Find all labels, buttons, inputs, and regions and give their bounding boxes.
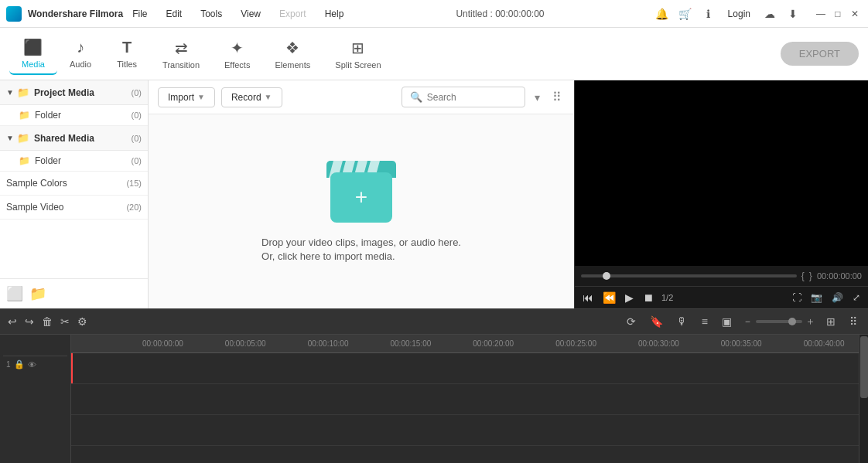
sidebar-section-project-media[interactable]: ▼ 📁 Project Media (0) (0, 80, 148, 105)
record-icon[interactable]: 🎙 (674, 314, 691, 329)
toolbar-splitscreen[interactable]: ⊞ Split Screen (323, 34, 393, 74)
ruler-mark: 00:00:10:00 (308, 339, 349, 348)
record-dropdown[interactable]: Record ▼ (221, 87, 282, 107)
preview-controls: { } 00:00:00:00 (575, 266, 868, 286)
toolbar-transition[interactable]: ⇄ Transition (150, 34, 212, 74)
screenshot-button[interactable]: 📷 (809, 291, 824, 305)
track-row-2 (71, 384, 859, 415)
import-dropdown[interactable]: Import ▼ (158, 87, 215, 107)
toolbar-elements-label: Elements (275, 60, 310, 70)
stop-button[interactable]: ⏹ (641, 290, 655, 305)
toolbar-titles[interactable]: T Titles (104, 34, 150, 73)
download-icon[interactable]: ⬇ (784, 5, 801, 22)
sidebar-section-shared-media[interactable]: ▼ 📁 Shared Media (0) (0, 126, 148, 151)
fit-timeline-button[interactable]: ⊞ (823, 314, 839, 329)
notification-icon[interactable]: 🔔 (654, 5, 671, 22)
close-button[interactable]: ✕ (848, 7, 862, 21)
preview-thumb[interactable] (603, 272, 610, 280)
shared-folder-label: Folder (35, 155, 132, 166)
bookmark-icon[interactable]: 🔖 (647, 314, 666, 329)
timeline-tracks-left: 1 🔒 👁 (0, 335, 71, 463)
record-arrow-icon: ▼ (265, 93, 272, 101)
toolbar-effects-label: Effects (224, 60, 250, 70)
search-box[interactable]: 🔍 (402, 87, 525, 107)
grid-view-icon[interactable]: ⠿ (549, 87, 565, 107)
cut-button[interactable]: ✂ (60, 315, 70, 328)
chevron-down-icon-2: ▼ (6, 134, 14, 142)
zoom-thumb[interactable] (788, 318, 796, 325)
thumbnail-icon[interactable]: ▣ (719, 314, 735, 329)
cloud-icon[interactable]: ☁ (761, 5, 778, 22)
menu-file[interactable]: File (129, 7, 150, 21)
sidebar-item-project-folder[interactable]: 📁 Folder (0) (0, 105, 148, 126)
project-media-count: (0) (132, 88, 142, 97)
timeline-toolbar: ↩ ↪ 🗑 ✂ ⚙ ⟳ 🔖 🎙 ≡ ▣ － ＋ ⊞ ⠿ (0, 308, 868, 335)
sample-video-count: (20) (126, 203, 142, 212)
window-controls: — □ ✕ (814, 7, 862, 21)
bracket-left: { (801, 271, 805, 281)
menu-edit[interactable]: Edit (162, 7, 185, 21)
timeline-scrollbar[interactable] (859, 335, 868, 463)
media-icon: ⬛ (23, 38, 43, 56)
drop-zone[interactable]: + Drop your video clips, images, or audi… (149, 114, 574, 308)
record-label: Record (231, 92, 261, 103)
speed-selector[interactable]: 1/2 (661, 293, 673, 302)
export-button[interactable]: EXPORT (781, 42, 859, 66)
zoom-out-button[interactable]: － (743, 315, 753, 329)
title-bar-right: 🔔 🛒 ℹ Login ☁ ⬇ — □ ✕ (654, 5, 862, 22)
clapboard-icon: + (326, 161, 396, 223)
cart-icon[interactable]: 🛒 (677, 5, 694, 22)
sidebar-item-sample-colors[interactable]: Sample Colors (15) (0, 172, 148, 196)
play-button[interactable]: ▶ (624, 290, 635, 305)
motion-icon[interactable]: ⟳ (624, 314, 639, 329)
timeline-ruler: 00:00:00:0000:00:05:0000:00:10:0000:00:1… (71, 335, 859, 353)
toolbar-titles-label: Titles (117, 60, 137, 69)
step-back-button[interactable]: ⏪ (601, 290, 617, 305)
sidebar-item-sample-video[interactable]: Sample Video (20) (0, 196, 148, 220)
settings-button[interactable]: ⤢ (851, 291, 862, 305)
toolbar-effects[interactable]: ✦ Effects (212, 34, 262, 74)
title-bar-left: Wondershare Filmora File Edit Tools View… (6, 6, 347, 22)
go-to-start-button[interactable]: ⏮ (581, 290, 595, 305)
login-button[interactable]: Login (723, 7, 755, 21)
folder-icon: 📁 (17, 87, 29, 98)
lock-track-button[interactable]: 🔒 (14, 359, 25, 369)
undo-button[interactable]: ↩ (8, 315, 17, 328)
fullscreen-button[interactable]: ⛶ (791, 291, 803, 305)
volume-button[interactable]: 🔊 (830, 291, 845, 305)
timeline-scrollbar-thumb[interactable] (860, 336, 868, 398)
minimize-button[interactable]: — (814, 7, 828, 21)
sidebar-item-shared-folder[interactable]: 📁 Folder (0) (0, 151, 148, 172)
menu-export[interactable]: Export (276, 7, 309, 21)
project-folder-count: (0) (132, 111, 142, 120)
mute-track-button[interactable]: 👁 (28, 360, 36, 369)
zoom-slider[interactable] (756, 320, 802, 323)
info-icon[interactable]: ℹ (700, 5, 717, 22)
filter-button[interactable]: ⚙ (77, 315, 87, 328)
delete-button[interactable]: 🗑 (42, 315, 53, 328)
menu-help[interactable]: Help (322, 7, 347, 21)
search-input[interactable] (427, 92, 517, 103)
filter-icon[interactable]: ▾ (531, 88, 543, 107)
new-folder-button[interactable]: ⬜ (6, 285, 23, 302)
drag-handle[interactable]: ⠿ (846, 314, 860, 329)
redo-button[interactable]: ↪ (25, 315, 34, 328)
menu-bar: File Edit Tools View Export Help (129, 7, 347, 21)
toolbar-elements[interactable]: ❖ Elements (262, 34, 323, 74)
toolbar-media[interactable]: ⬛ Media (9, 33, 57, 75)
transition-icon: ⇄ (175, 39, 188, 57)
ruler-mark: 00:00:15:00 (390, 339, 431, 348)
menu-tools[interactable]: Tools (197, 7, 225, 21)
app-name: Wondershare Filmora (28, 9, 123, 19)
toolbar-audio[interactable]: ♪ Audio (57, 34, 104, 73)
clap-body: + (330, 172, 392, 223)
zoom-in-button[interactable]: ＋ (805, 315, 815, 329)
preview-progress-bar[interactable] (581, 274, 797, 277)
elements-icon: ❖ (285, 39, 299, 57)
segment-icon[interactable]: ≡ (699, 314, 711, 329)
menu-view[interactable]: View (238, 7, 264, 21)
sample-colors-count: (15) (126, 179, 142, 188)
content-area: Import ▼ Record ▼ 🔍 ▾ ⠿ (149, 80, 574, 308)
add-item-button[interactable]: 📁 (29, 285, 46, 302)
maximize-button[interactable]: □ (831, 7, 845, 21)
